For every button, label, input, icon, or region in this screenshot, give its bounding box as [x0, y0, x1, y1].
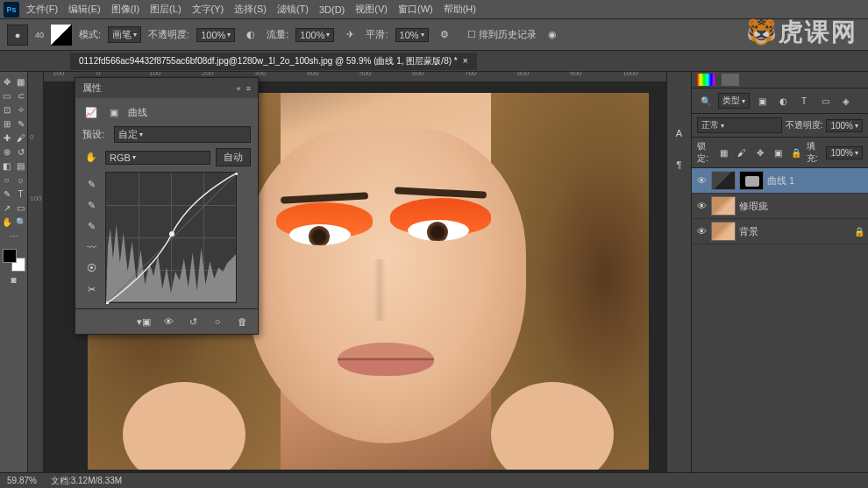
- wand-tool[interactable]: ✧: [15, 103, 27, 116]
- swatches-panel-tab[interactable]: [722, 74, 739, 86]
- blend-mode-dropdown[interactable]: 正常: [697, 117, 782, 133]
- preset-dropdown[interactable]: 自定: [114, 126, 251, 143]
- lock-paint-icon[interactable]: 🖌: [735, 144, 749, 161]
- channel-dropdown[interactable]: RGB: [105, 151, 210, 165]
- doc-size[interactable]: 文档:3.12M/8.33M: [51, 475, 122, 487]
- brush-preview[interactable]: [51, 25, 72, 46]
- airbrush-icon[interactable]: ✈: [341, 26, 359, 44]
- gradient-tool[interactable]: ▤: [15, 159, 27, 172]
- fill-dropdown[interactable]: 100%: [826, 146, 863, 159]
- crop-tool[interactable]: ⊡: [1, 103, 13, 116]
- reset-icon[interactable]: ↺: [184, 313, 202, 330]
- filter-smart-icon[interactable]: ◈: [837, 92, 855, 110]
- clip-icon[interactable]: ✂: [82, 280, 100, 298]
- layer-item-retouch[interactable]: 👁 修瑕疵: [692, 194, 868, 219]
- eyedrop-gray-icon[interactable]: ✎: [82, 196, 100, 214]
- shape-tool[interactable]: ▭: [15, 202, 27, 214]
- menu-file[interactable]: 文件(F): [26, 3, 58, 16]
- paragraph-panel-icon[interactable]: ¶: [671, 156, 688, 173]
- pressure-opacity-icon[interactable]: ◐: [242, 26, 260, 44]
- menu-layer[interactable]: 图层(L): [150, 3, 181, 16]
- menu-select[interactable]: 选择(S): [234, 3, 267, 16]
- layer-item-curves[interactable]: 👁 曲线 1: [692, 168, 868, 194]
- layer-thumb[interactable]: [711, 222, 736, 241]
- lock-pos-icon[interactable]: ✥: [753, 144, 767, 161]
- layer-thumb[interactable]: [711, 196, 736, 216]
- eyedropper-tool[interactable]: ✎: [15, 117, 27, 130]
- layer-name[interactable]: 背景: [739, 225, 850, 238]
- eraser-tool[interactable]: ◧: [1, 159, 13, 172]
- eyedrop-black-icon[interactable]: ✎: [82, 175, 100, 193]
- quickmask-tool[interactable]: ◙: [8, 273, 20, 286]
- filter-adjust-icon[interactable]: ◐: [774, 92, 792, 110]
- artboard-tool[interactable]: ▦: [15, 75, 27, 88]
- dodge-tool[interactable]: ☼: [15, 173, 27, 186]
- opacity-dropdown[interactable]: 100%: [196, 28, 235, 42]
- smooth-dropdown[interactable]: 10%: [395, 28, 429, 42]
- mask-icon[interactable]: ▣: [105, 103, 123, 121]
- curve-mode-icon[interactable]: ⦿: [82, 259, 100, 277]
- blur-tool[interactable]: ○: [1, 173, 13, 186]
- lasso-tool[interactable]: ⊂: [15, 89, 27, 102]
- zoom-tool[interactable]: 🔍: [15, 216, 27, 228]
- edit-toolbar[interactable]: ⋯: [8, 230, 20, 242]
- menu-filter[interactable]: 滤镜(T): [277, 3, 309, 16]
- filter-icon[interactable]: 🔍: [697, 92, 715, 110]
- color-swatches[interactable]: [3, 249, 25, 272]
- menu-view[interactable]: 视图(V): [355, 3, 388, 16]
- marquee-tool[interactable]: ▭: [1, 89, 13, 102]
- frame-tool[interactable]: ⊞: [1, 117, 13, 130]
- stamp-tool[interactable]: ⊛: [1, 145, 13, 158]
- visibility-icon[interactable]: 👁: [695, 175, 708, 186]
- menu-help[interactable]: 帮助(H): [444, 3, 476, 16]
- flow-dropdown[interactable]: 100%: [295, 28, 334, 42]
- close-icon[interactable]: ×: [463, 56, 468, 66]
- zoom-level[interactable]: 59.87%: [7, 476, 37, 485]
- hand-curves-icon[interactable]: ✋: [82, 149, 100, 166]
- history-brush-tool[interactable]: ↺: [15, 145, 27, 158]
- curve-graph[interactable]: [105, 172, 237, 303]
- panel-menu-icon[interactable]: ≡: [246, 84, 251, 93]
- history-checkbox-label[interactable]: ☐ 排到历史记录: [467, 28, 537, 41]
- filter-pixel-icon[interactable]: ▣: [753, 92, 771, 110]
- panel-header[interactable]: 属性 « ≡: [75, 78, 258, 98]
- eyedrop-white-icon[interactable]: ✎: [82, 217, 100, 235]
- character-panel-icon[interactable]: A: [671, 124, 688, 142]
- lock-trans-icon[interactable]: ▦: [717, 144, 731, 161]
- menu-image[interactable]: 图像(I): [111, 3, 139, 16]
- menu-3d[interactable]: 3D(D): [319, 4, 345, 15]
- menu-edit[interactable]: 编辑(E): [68, 3, 101, 16]
- visibility-icon[interactable]: 👁: [695, 201, 708, 211]
- filter-type-icon[interactable]: T: [795, 92, 813, 110]
- menu-window[interactable]: 窗口(W): [398, 3, 433, 16]
- delete-icon[interactable]: 🗑: [233, 313, 251, 330]
- auto-button[interactable]: 自动: [216, 148, 251, 166]
- clip-layer-icon[interactable]: ▾▣: [135, 313, 153, 330]
- foreground-color[interactable]: [3, 249, 17, 263]
- visibility-icon[interactable]: 👁: [695, 226, 708, 237]
- layer-thumb-adjustment[interactable]: [711, 171, 736, 190]
- hand-tool[interactable]: ✋: [1, 216, 13, 228]
- color-panel-tab[interactable]: [697, 74, 715, 86]
- document-tab[interactable]: 0112fd566ac94432f8755ac6bf08df.jpg@1280w…: [70, 53, 477, 70]
- lock-artboard-icon[interactable]: ▣: [771, 144, 785, 161]
- collapse-icon[interactable]: «: [237, 84, 241, 93]
- type-tool[interactable]: T: [15, 187, 27, 200]
- filter-shape-icon[interactable]: ▭: [816, 92, 834, 110]
- pressure-size-icon[interactable]: ◉: [544, 26, 561, 44]
- lock-all-icon[interactable]: 🔒: [788, 144, 802, 161]
- path-tool[interactable]: ↗: [1, 202, 13, 214]
- layer-item-background[interactable]: 👁 背景 🔒: [692, 219, 868, 244]
- pen-tool[interactable]: ✎: [1, 187, 13, 200]
- layer-name[interactable]: 曲线 1: [767, 174, 864, 187]
- heal-tool[interactable]: ✚: [1, 131, 13, 144]
- view-prev-icon[interactable]: 👁: [160, 313, 177, 330]
- toggle-vis-icon[interactable]: ○: [209, 313, 226, 330]
- layer-name[interactable]: 修瑕疵: [739, 200, 864, 213]
- move-tool[interactable]: ✥: [1, 75, 13, 88]
- layer-thumb-mask[interactable]: [739, 171, 764, 190]
- brush-tool[interactable]: 🖌: [15, 131, 27, 144]
- gear-icon[interactable]: ⚙: [436, 26, 453, 44]
- menu-type[interactable]: 文字(Y): [192, 3, 224, 16]
- layer-opacity-dropdown[interactable]: 100%: [826, 119, 863, 132]
